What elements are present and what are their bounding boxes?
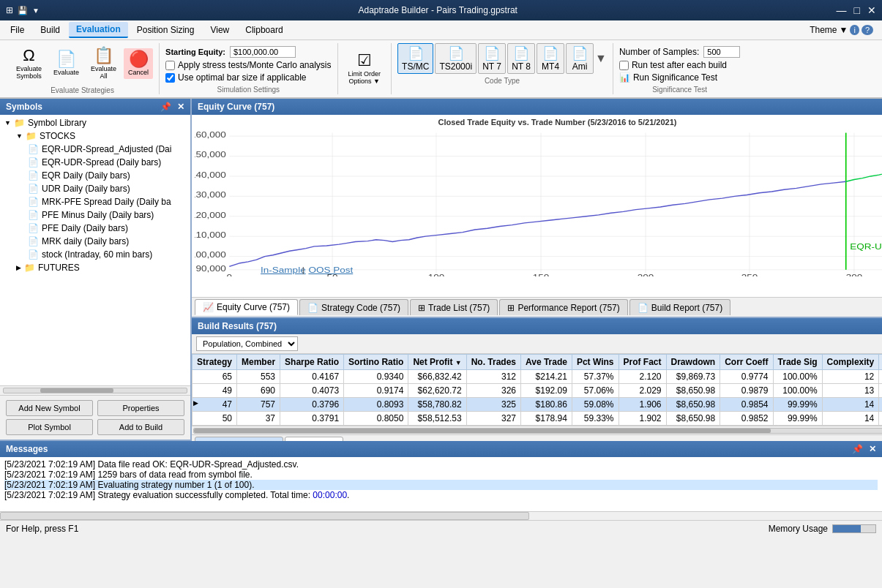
cancel-label: Cancel bbox=[128, 69, 149, 76]
th-prof-fact[interactable]: Prof Fact bbox=[618, 355, 666, 370]
minimize-button[interactable]: — bbox=[837, 4, 847, 16]
table-row[interactable]: 655530.41670.9340$66,832.42312$214.2157.… bbox=[193, 370, 883, 384]
code-type-more[interactable]: ▼ bbox=[595, 52, 607, 65]
tree-item-pfe-minus[interactable]: 📄 PFE Minus Daily (Daily bars) bbox=[1, 208, 189, 222]
menu-clipboard[interactable]: Clipboard bbox=[238, 23, 290, 37]
chart-tab-strategy-code[interactable]: 📄 Strategy Code (757) bbox=[299, 299, 408, 315]
th-drawdown[interactable]: Drawdown bbox=[666, 355, 720, 370]
symbols-panel: Symbols 📌 ✕ ▼ 📁 Symbol Library ▼ 📁 STOCK… bbox=[0, 99, 192, 440]
th-sortino[interactable]: Sortino Ratio bbox=[344, 355, 408, 370]
th-ave-trade[interactable]: Ave Trade bbox=[521, 355, 572, 370]
info-icon[interactable]: i bbox=[850, 25, 859, 35]
close-button[interactable]: ✕ bbox=[867, 4, 876, 16]
menu-evaluation[interactable]: Evaluation bbox=[69, 22, 128, 38]
th-strategy[interactable]: Strategy bbox=[193, 355, 237, 370]
symbols-scroll bbox=[0, 385, 190, 395]
run-test-checkbox[interactable] bbox=[619, 61, 629, 70]
evaluate-symbols-button[interactable]: Ω Evaluate Symbols bbox=[12, 45, 46, 83]
code-btn-nt7[interactable]: 📄 NT 7 bbox=[478, 43, 506, 74]
table-row[interactable]: 496900.40730.9174$62,620.72326$192.0957.… bbox=[193, 384, 883, 398]
evaluate-all-button[interactable]: 📋 Evaluate All bbox=[86, 45, 121, 83]
th-corr-coeff[interactable]: Corr Coeff bbox=[720, 355, 773, 370]
table-cell: 99.99% bbox=[773, 412, 822, 426]
symbols-panel-close-icon[interactable]: ✕ bbox=[177, 102, 184, 112]
th-sharpe[interactable]: Sharpe Ratio bbox=[280, 355, 344, 370]
maximize-button[interactable]: □ bbox=[854, 4, 860, 16]
dropdown-icon[interactable]: ▼ bbox=[32, 7, 40, 15]
th-pct-wins[interactable]: Pct Wins bbox=[572, 355, 618, 370]
tree-item-stocks[interactable]: ▼ 📁 STOCKS bbox=[1, 129, 189, 143]
table-cell: 0.9174 bbox=[344, 384, 408, 398]
tree-item-eqr-daily[interactable]: 📄 EQR Daily (Daily bars) bbox=[1, 169, 189, 182]
symbol-label-2: EQR Daily (Daily bars) bbox=[42, 170, 130, 181]
messages-close-icon[interactable]: ✕ bbox=[869, 444, 876, 454]
build-results-table-wrapper[interactable]: Strategy Member Sharpe Ratio Sortino Rat… bbox=[192, 354, 882, 426]
equity-panel: Equity Curve (757) 📌 ✕ Closed Trade Equi… bbox=[192, 99, 882, 318]
messages-icons: 📌 ✕ bbox=[852, 444, 876, 454]
menu-position-sizing[interactable]: Position Sizing bbox=[130, 23, 202, 37]
folder-icon-futures: 📁 bbox=[24, 263, 35, 273]
limit-order-button[interactable]: ☑ Limit Order Options ▼ bbox=[344, 50, 386, 88]
add-to-build-button[interactable]: Add to Build bbox=[97, 419, 184, 435]
tree-item-futures[interactable]: ▶ 📁 FUTURES bbox=[1, 261, 189, 274]
code-btn-ts2000i[interactable]: 📄 TS2000i bbox=[435, 43, 476, 74]
tree-item-stock-intraday[interactable]: 📄 stock (Intraday, 60 min bars) bbox=[1, 248, 189, 261]
menu-file[interactable]: File bbox=[3, 23, 31, 37]
ribbon-group-label-3: Code Type bbox=[485, 77, 520, 85]
table-cell: 0.9854 bbox=[720, 398, 773, 412]
code-btn-nt8[interactable]: 📄 NT 8 bbox=[507, 43, 535, 74]
tree-item-eqr-udr-spread-adjusted[interactable]: 📄 EQR-UDR-Spread_Adjusted (Dai bbox=[1, 143, 189, 156]
chart-tab-equity-curve-label: Equity Curve (757) bbox=[217, 302, 290, 312]
file-icon-3: 📄 bbox=[28, 184, 39, 194]
menu-build[interactable]: Build bbox=[33, 23, 67, 37]
symbols-btn-row-1: Add New Symbol Properties bbox=[6, 400, 184, 416]
code-btn-mt4[interactable]: 📄 MT4 bbox=[537, 43, 564, 74]
theme-button[interactable]: Theme ▼ i ? bbox=[804, 23, 879, 37]
run-sig-icon: 📊 bbox=[619, 72, 630, 83]
th-trade-sig[interactable]: Trade Sig bbox=[773, 355, 822, 370]
th-net-profit[interactable]: Net Profit ▼ bbox=[408, 355, 466, 370]
nt7-label: NT 7 bbox=[482, 61, 501, 72]
chart-tab-performance-report-label: Performance Report (757) bbox=[517, 303, 619, 313]
monte-carlo-checkbox[interactable] bbox=[165, 61, 175, 70]
evaluate-all-label: Evaluate All bbox=[91, 65, 116, 80]
table-cell: 14 bbox=[822, 398, 879, 412]
help-icon[interactable]: ? bbox=[862, 25, 873, 35]
evaluate-button[interactable]: 📄 Evaluate bbox=[49, 48, 83, 79]
table-cell: 65 bbox=[193, 370, 237, 384]
memory-bar bbox=[832, 524, 876, 533]
cancel-button[interactable]: 🔴 Cancel bbox=[124, 48, 153, 79]
plot-symbol-button[interactable]: Plot Symbol bbox=[6, 419, 93, 435]
tree-item-pfe-daily[interactable]: 📄 PFE Daily (Daily bars) bbox=[1, 222, 189, 235]
menu-view[interactable]: View bbox=[203, 23, 236, 37]
chart-tab-trade-list[interactable]: ⊞ Trade List (757) bbox=[410, 299, 498, 315]
num-samples-input[interactable] bbox=[703, 46, 740, 58]
starting-equity-input[interactable] bbox=[230, 46, 296, 58]
table-hscroll[interactable]: ▶ bbox=[192, 426, 882, 434]
population-dropdown[interactable]: Population, Combined bbox=[196, 336, 298, 351]
chart-tab-equity-curve[interactable]: 📈 Equity Curve (757) bbox=[195, 299, 298, 315]
optimal-bar-checkbox[interactable] bbox=[165, 73, 175, 83]
th-no-trades[interactable]: No. Trades bbox=[466, 355, 520, 370]
tree-item-mrk-pfe[interactable]: 📄 MRK-PFE Spread Daily (Daily ba bbox=[1, 195, 189, 208]
tree-item-udr-daily[interactable]: 📄 UDR Daily (Daily bars) bbox=[1, 182, 189, 195]
add-new-symbol-button[interactable]: Add New Symbol bbox=[6, 400, 93, 416]
tree-item-mrk-daily[interactable]: 📄 MRK daily (Daily bars) bbox=[1, 235, 189, 248]
code-btn-tsmc[interactable]: 📄 TS/MC bbox=[397, 43, 433, 74]
chart-tab-build-report[interactable]: 📄 Build Report (757) bbox=[629, 299, 730, 315]
evaluate-symbols-label: Evaluate Symbols bbox=[16, 65, 42, 80]
table-row[interactable]: 50370.37910.8050$58,512.53327$178.9459.3… bbox=[193, 412, 883, 426]
code-btn-ami[interactable]: 📄 Ami bbox=[566, 43, 594, 74]
messages-scrollbar[interactable] bbox=[0, 511, 882, 520]
properties-button[interactable]: Properties bbox=[97, 400, 184, 416]
symbols-panel-pin-icon[interactable]: 📌 bbox=[160, 102, 171, 112]
table-row[interactable]: ▶ 477570.37960.8093$58,780.82325$180.865… bbox=[193, 398, 883, 412]
th-member[interactable]: Member bbox=[237, 355, 280, 370]
th-ave-win[interactable]: Ave Win bbox=[879, 355, 882, 370]
messages-title: Messages bbox=[6, 444, 48, 454]
tree-item-eqr-udr-spread[interactable]: 📄 EQR-UDR-Spread (Daily bars) bbox=[1, 156, 189, 169]
messages-pin-icon[interactable]: 📌 bbox=[852, 444, 863, 454]
tree-item-library[interactable]: ▼ 📁 Symbol Library bbox=[1, 116, 189, 129]
chart-tab-performance-report[interactable]: ⊞ Performance Report (757) bbox=[499, 299, 627, 315]
th-complexity[interactable]: Complexity bbox=[822, 355, 879, 370]
